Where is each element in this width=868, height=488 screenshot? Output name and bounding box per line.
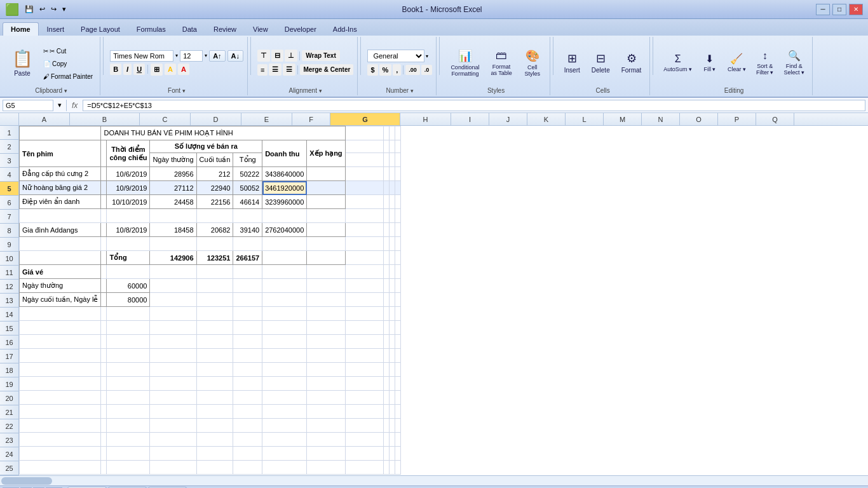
cell-h5[interactable] (307, 181, 345, 195)
cell-e11[interactable] (196, 265, 233, 279)
cell-h11[interactable] (307, 265, 345, 279)
cell-d6[interactable]: 24458 (150, 195, 196, 209)
cell-i11[interactable] (345, 265, 383, 279)
insert-button[interactable]: ⊞ Insert (560, 48, 585, 77)
format-button[interactable]: ⚙ Format (617, 48, 646, 77)
cell-b5[interactable] (101, 181, 107, 195)
tab-insert[interactable]: Insert (39, 22, 73, 36)
cell-l9[interactable] (395, 237, 400, 251)
cell-j1[interactable] (383, 126, 389, 140)
cell-d12[interactable] (150, 279, 196, 293)
cell-k5[interactable] (389, 181, 395, 195)
align-right-button[interactable]: ☰ (283, 64, 295, 76)
cut-button[interactable]: ✂ ✂ Cut (40, 46, 96, 57)
row-header-2[interactable]: 2 (0, 140, 18, 154)
find-select-button[interactable]: 🔍 Find &Select ▾ (780, 47, 808, 78)
cell-h2[interactable]: Xếp hạng (307, 140, 345, 167)
cell-b8[interactable] (101, 223, 107, 237)
col-header-p[interactable]: P (718, 113, 756, 125)
cell-k8[interactable] (389, 223, 395, 237)
cell-i8[interactable] (345, 223, 383, 237)
cell-b12[interactable] (101, 279, 107, 293)
cell-b11[interactable] (101, 265, 107, 279)
cell-d11[interactable] (150, 265, 196, 279)
col-header-g[interactable]: G (330, 113, 400, 125)
row-header-8[interactable]: 8 (0, 224, 18, 238)
cell-a11[interactable]: Giá vé (20, 265, 101, 279)
cell-g12[interactable] (262, 279, 307, 293)
horizontal-scrollbar[interactable] (0, 475, 868, 485)
decrease-font-button[interactable]: A↓ (227, 50, 243, 62)
cell-i13[interactable] (345, 293, 383, 307)
cell-j5[interactable] (383, 181, 389, 195)
underline-button[interactable]: U (133, 64, 145, 75)
cell-e7[interactable] (196, 209, 233, 223)
align-top-button[interactable]: ⊤ (257, 50, 270, 62)
cell-j2[interactable] (383, 140, 389, 153)
cell-j12[interactable] (383, 279, 389, 293)
row-header-24[interactable]: 24 (0, 447, 18, 461)
cell-d5[interactable]: 27112 (150, 181, 196, 195)
cell-a12[interactable]: Ngày thường (20, 279, 101, 293)
cell-a14[interactable] (20, 307, 101, 321)
cell-d8[interactable]: 18458 (150, 223, 196, 237)
cell-c5[interactable]: 10/9/2019 (107, 181, 150, 195)
bold-button[interactable]: B (110, 64, 121, 75)
font-name-input[interactable] (110, 50, 173, 62)
cell-g10[interactable] (262, 251, 307, 265)
row-header-17[interactable]: 17 (0, 349, 18, 363)
cell-b10[interactable] (101, 251, 107, 265)
fill-color-button[interactable]: A (165, 64, 176, 75)
cell-a10[interactable] (20, 251, 101, 265)
cell-e6[interactable]: 22156 (196, 195, 233, 209)
name-box-expand[interactable]: ▾ (56, 101, 64, 109)
cell-a7[interactable] (20, 209, 101, 223)
cell-k12[interactable] (389, 279, 395, 293)
cell-g5[interactable]: 3461920000 (262, 181, 307, 195)
cell-f13[interactable] (233, 293, 262, 307)
col-header-f[interactable]: F (292, 113, 330, 125)
cell-c10[interactable]: Tổng (107, 251, 150, 265)
font-size-input[interactable] (180, 50, 203, 62)
cell-g4[interactable]: 3438640000 (262, 167, 307, 181)
merge-center-button[interactable]: Merge & Center (300, 64, 353, 75)
cell-b4[interactable] (101, 167, 107, 181)
cell-l7[interactable] (395, 209, 400, 223)
cell-f4[interactable]: 50222 (233, 167, 262, 181)
cell-g11[interactable] (262, 265, 307, 279)
wrap-text-button[interactable]: Wrap Text (302, 50, 340, 61)
number-format-arrow[interactable]: ▾ (426, 53, 428, 59)
cell-g13[interactable] (262, 293, 307, 307)
format-painter-button[interactable]: 🖌 Format Painter (40, 71, 96, 82)
row-header-25[interactable]: 25 (0, 461, 18, 475)
row-header-23[interactable]: 23 (0, 433, 18, 447)
col-header-j[interactable]: J (489, 113, 527, 125)
row-header-3[interactable]: 3 (0, 154, 18, 168)
borders-button[interactable]: ⊞ (151, 64, 163, 76)
tab-review[interactable]: Review (205, 22, 245, 36)
cell-i10[interactable] (345, 251, 383, 265)
row-header-4[interactable]: 4 (0, 168, 18, 182)
cell-j6[interactable] (383, 195, 389, 209)
cell-g2[interactable]: Doanh thu (262, 140, 307, 167)
cell-l1[interactable] (395, 126, 400, 140)
cell-k6[interactable] (389, 195, 395, 209)
cell-b2[interactable] (101, 140, 107, 167)
col-header-a[interactable]: A (19, 113, 70, 125)
cell-h12[interactable] (307, 279, 345, 293)
row-header-5[interactable]: 5 (0, 182, 18, 196)
row-header-1[interactable]: 1 (0, 126, 18, 140)
cell-i6[interactable] (345, 195, 383, 209)
number-format-dropdown[interactable]: General (367, 50, 424, 62)
cell-k3[interactable] (389, 153, 395, 167)
cell-i3[interactable] (345, 153, 383, 167)
cell-f5[interactable]: 50052 (233, 181, 262, 195)
cell-d2[interactable]: Số lượng vé bán ra (150, 140, 262, 153)
cell-j10[interactable] (383, 251, 389, 265)
row-header-14[interactable]: 14 (0, 308, 18, 322)
autosum-button[interactable]: Σ AutoSum ▾ (660, 51, 696, 75)
formula-input[interactable] (83, 100, 865, 111)
font-color-button[interactable]: A (178, 64, 189, 75)
redo-btn[interactable]: ↪ (49, 4, 58, 15)
cell-l2[interactable] (395, 140, 400, 153)
